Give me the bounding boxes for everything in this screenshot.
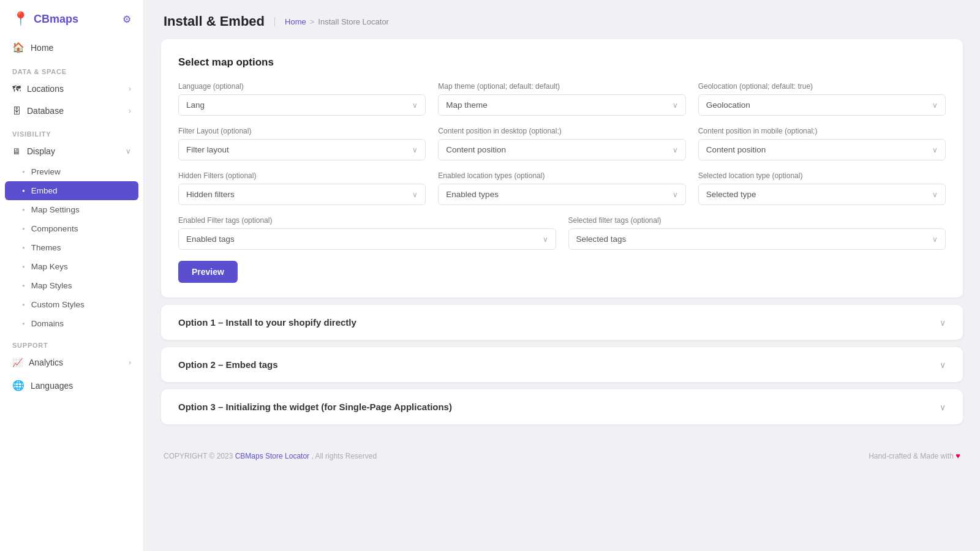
database-label: Database <box>27 106 64 116</box>
analytics-label: Analytics <box>29 358 63 367</box>
page-title: Install & Embed <box>164 13 265 29</box>
hidden-filters-select[interactable]: Hidden filters ∨ <box>178 184 426 205</box>
enabled-tags-select[interactable]: Enabled tags ∨ <box>178 228 556 250</box>
geolocation-select[interactable]: Geolocation ∨ <box>698 94 946 116</box>
map-styles-dot: ● <box>22 283 25 288</box>
form-group-content-desktop: Content position in desktop (optional;) … <box>438 127 685 160</box>
language-value: Lang <box>186 100 205 110</box>
breadcrumb-home[interactable]: Home <box>285 17 306 26</box>
form-row-2: Filter Layout (optional) Filter layout ∨… <box>178 127 946 160</box>
copyright-text: COPYRIGHT © 2023 <box>164 452 233 460</box>
custom-styles-label: Custom Styles <box>31 300 85 309</box>
form-group-enabled-tags: Enabled Filter tags (optional) Enabled t… <box>178 216 556 250</box>
page-footer: COPYRIGHT © 2023 CBMaps Store Locator , … <box>144 441 980 470</box>
sidebar-item-display[interactable]: 🖥 Display ∨ <box>0 140 143 162</box>
footer-brand-link[interactable]: CBMaps Store Locator <box>235 452 309 460</box>
section-data-label: DATA & SPACE <box>0 59 143 78</box>
display-icon: 🖥 <box>12 146 21 156</box>
geolocation-value: Geolocation <box>706 100 750 110</box>
sidebar-item-languages[interactable]: 🌐 Languages <box>0 373 143 397</box>
content-desktop-select[interactable]: Content position ∨ <box>438 139 685 160</box>
sidebar-item-custom-styles[interactable]: ● Custom Styles <box>0 295 143 314</box>
option3-title: Option 3 – Initializing the widget (for … <box>178 402 452 412</box>
selected-tags-label: Selected filter tags (optional) <box>568 216 946 225</box>
filter-layout-chevron-icon: ∨ <box>412 146 418 154</box>
locations-icon: 🗺 <box>12 84 21 94</box>
option2-title: Option 2 – Embed tags <box>178 359 278 370</box>
hidden-filters-chevron-icon: ∨ <box>412 190 418 199</box>
selected-tags-select[interactable]: Selected tags ∨ <box>568 228 946 250</box>
enabled-tags-value: Enabled tags <box>186 234 235 244</box>
themes-dot: ● <box>22 245 25 250</box>
sidebar-item-components[interactable]: ● Components <box>0 219 143 238</box>
footer-copyright: COPYRIGHT © 2023 CBMaps Store Locator , … <box>164 452 377 460</box>
option1-title: Option 1 – Install to your shopify direc… <box>178 317 356 328</box>
selected-type-label: Selected location type (optional) <box>698 171 946 180</box>
map-styles-label: Map Styles <box>31 281 72 290</box>
content-mobile-value: Content position <box>706 145 766 154</box>
sidebar-item-map-styles[interactable]: ● Map Styles <box>0 276 143 295</box>
selected-type-select[interactable]: Selected type ∨ <box>698 184 946 205</box>
database-icon: 🗄 <box>12 106 21 116</box>
logo-text: CBmaps <box>34 13 78 26</box>
preview-button[interactable]: Preview <box>178 261 238 283</box>
languages-icon: 🌐 <box>12 380 24 391</box>
sidebar-item-database[interactable]: 🗄 Database › <box>0 100 143 122</box>
sidebar-item-locations[interactable]: 🗺 Locations › <box>0 78 143 100</box>
form-group-filter-layout: Filter Layout (optional) Filter layout ∨ <box>178 127 426 160</box>
sidebar-item-domains[interactable]: ● Domains <box>0 314 143 333</box>
content-mobile-select[interactable]: Content position ∨ <box>698 139 946 160</box>
selected-tags-chevron-icon: ∨ <box>932 235 938 244</box>
map-theme-label: Map theme (optional; default: default) <box>438 82 685 91</box>
enabled-types-label: Enabled location types (optional) <box>438 171 685 180</box>
geolocation-chevron-icon: ∨ <box>932 101 938 110</box>
language-select[interactable]: Lang ∨ <box>178 94 426 116</box>
sidebar-item-map-settings[interactable]: ● Map Settings <box>0 200 143 219</box>
filter-layout-label: Filter Layout (optional) <box>178 127 426 135</box>
selected-type-value: Selected type <box>706 190 756 199</box>
option3-chevron-icon: ∨ <box>940 402 946 412</box>
filter-layout-select[interactable]: Filter layout ∨ <box>178 139 426 160</box>
map-keys-dot: ● <box>22 264 25 269</box>
enabled-types-value: Enabled types <box>446 190 499 199</box>
footer-right-text: Hand-crafted & Made with <box>869 452 954 460</box>
sidebar-item-home[interactable]: 🏠 Home <box>0 36 143 59</box>
form-group-language: Language (optional) Lang ∨ <box>178 82 426 116</box>
sidebar-item-embed[interactable]: ● Embed <box>5 181 138 200</box>
analytics-chevron-icon: › <box>129 358 131 367</box>
embed-dot: ● <box>22 188 25 193</box>
form-group-selected-tags: Selected filter tags (optional) Selected… <box>568 216 946 250</box>
option3-card[interactable]: Option 3 – Initializing the widget (for … <box>161 389 963 424</box>
geolocation-label: Geolocation (optional; default: true) <box>698 82 946 91</box>
sidebar-item-preview[interactable]: ● Preview <box>0 162 143 181</box>
option2-card[interactable]: Option 2 – Embed tags ∨ <box>161 347 963 382</box>
map-options-title: Select map options <box>178 56 946 69</box>
preview-dot: ● <box>22 169 25 174</box>
content-desktop-label: Content position in desktop (optional;) <box>438 127 685 135</box>
sidebar-item-map-keys[interactable]: ● Map Keys <box>0 257 143 276</box>
locations-label: Locations <box>27 84 64 94</box>
gear-icon[interactable]: ⚙ <box>123 13 131 25</box>
map-keys-label: Map Keys <box>31 262 68 271</box>
home-icon: 🏠 <box>12 42 24 53</box>
content-mobile-chevron-icon: ∨ <box>932 146 938 154</box>
content-desktop-chevron-icon: ∨ <box>673 146 678 154</box>
content-area: Select map options Language (optional) L… <box>144 39 980 441</box>
page-header: Install & Embed Home > Install Store Loc… <box>144 0 980 39</box>
form-group-selected-type: Selected location type (optional) Select… <box>698 171 946 205</box>
sidebar-item-analytics[interactable]: 📈 Analytics › <box>0 351 143 373</box>
section-visibility-label: VISIBILITY <box>0 122 143 140</box>
selected-tags-value: Selected tags <box>576 234 627 244</box>
themes-label: Themes <box>31 243 61 252</box>
preview-label: Preview <box>31 167 61 176</box>
map-theme-select[interactable]: Map theme ∨ <box>438 94 685 116</box>
domains-dot: ● <box>22 321 25 326</box>
option1-card[interactable]: Option 1 – Install to your shopify direc… <box>161 305 963 340</box>
sidebar-item-themes[interactable]: ● Themes <box>0 238 143 257</box>
enabled-types-chevron-icon: ∨ <box>673 190 678 199</box>
enabled-types-select[interactable]: Enabled types ∨ <box>438 184 685 205</box>
analytics-icon: 📈 <box>12 358 23 367</box>
map-settings-dot: ● <box>22 207 25 212</box>
main-content: Install & Embed Home > Install Store Loc… <box>144 0 980 551</box>
database-chevron-icon: › <box>129 107 131 115</box>
